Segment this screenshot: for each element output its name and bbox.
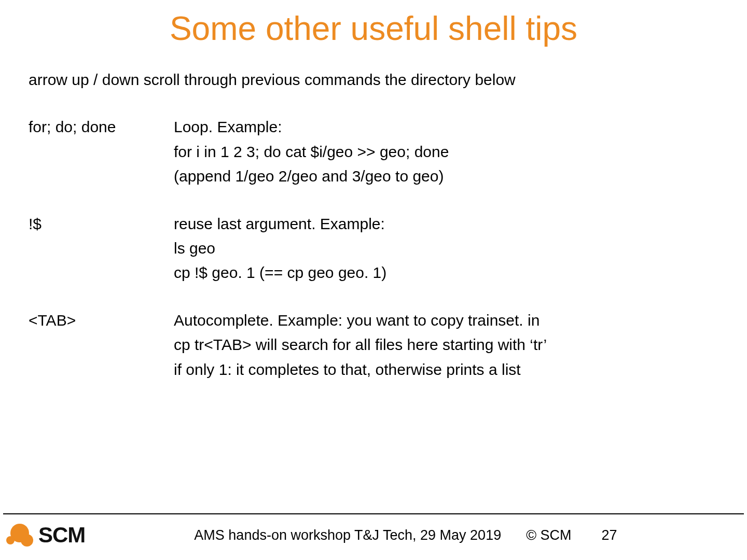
tip-block-tab: <TAB> Autocomplete. Example: you want to… [29, 308, 718, 382]
footer-content: SCM AMS hands-on workshop T&J Tech, 29 M… [0, 522, 747, 549]
slide-footer: SCM AMS hands-on workshop T&J Tech, 29 M… [0, 513, 747, 560]
tip-line: reuse last argument. Example: [174, 212, 718, 236]
tip-block-bang-dollar: !$ reuse last argument. Example: ls geo … [29, 212, 718, 285]
slide-content: arrow up / down scroll through previous … [29, 67, 718, 382]
copyright-text: © SCM [526, 527, 571, 543]
intro-text: arrow up / down scroll through previous … [29, 67, 718, 92]
tip-line: Autocomplete. Example: you want to copy … [174, 308, 718, 332]
tip-description: reuse last argument. Example: ls geo cp … [174, 212, 718, 285]
tip-line: ls geo [174, 236, 718, 260]
footer-divider [3, 513, 744, 514]
tip-line: for i in 1 2 3; do cat $i/geo >> geo; do… [174, 139, 718, 164]
scm-logo-icon [5, 522, 37, 549]
tip-line: if only 1: it completes to that, otherwi… [174, 357, 718, 382]
slide-title: Some other useful shell tips [29, 9, 718, 48]
tip-label: <TAB> [29, 308, 174, 382]
tip-description: Loop. Example: for i in 1 2 3; do cat $i… [174, 115, 718, 188]
tip-block-for: for; do; done Loop. Example: for i in 1 … [29, 115, 718, 188]
tip-label: !$ [29, 212, 174, 285]
workshop-text: AMS hands-on workshop T&J Tech, 29 May 2… [194, 527, 501, 543]
scm-logo-text: SCM [38, 523, 85, 548]
tip-label: for; do; done [29, 115, 174, 188]
tip-line: cp tr<TAB> will search for all files her… [174, 332, 718, 357]
tip-line: (append 1/geo 2/geo and 3/geo to geo) [174, 164, 718, 188]
slide: Some other useful shell tips arrow up / … [0, 0, 747, 560]
scm-logo: SCM [5, 522, 85, 549]
tip-description: Autocomplete. Example: you want to copy … [174, 308, 718, 382]
tip-line: Loop. Example: [174, 115, 718, 139]
page-number: 27 [602, 527, 617, 543]
tip-line: cp !$ geo. 1 (== cp geo geo. 1) [174, 260, 718, 285]
